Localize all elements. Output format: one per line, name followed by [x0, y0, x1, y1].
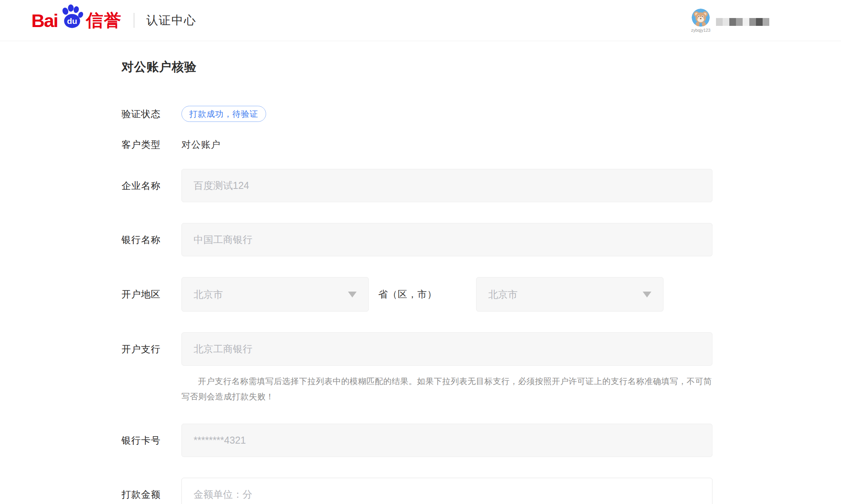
- baidu-paw-icon: du: [58, 4, 84, 31]
- form-row-bank-card: 银行卡号: [121, 424, 841, 457]
- main-content: 对公账户核验 验证状态 打款成功，待验证 客户类型 对公账户 企业名称 银行名称…: [0, 41, 841, 504]
- customer-type-label: 客户类型: [121, 138, 181, 151]
- bank-card-label: 银行卡号: [121, 434, 181, 447]
- customer-type-value: 对公账户: [181, 138, 221, 151]
- open-branch-input: [181, 332, 712, 366]
- region-separator-label: 省（区，市）: [378, 288, 476, 301]
- open-region-label: 开户地区: [121, 288, 181, 301]
- company-name-input: [181, 169, 712, 202]
- bank-name-label: 银行名称: [121, 234, 181, 246]
- city-select-value: 北京市: [488, 288, 518, 301]
- form-row-bank-name: 银行名称: [121, 223, 841, 256]
- form-row-open-region: 开户地区 北京市 省（区，市） 北京市: [121, 277, 841, 312]
- header-user-area: zybqjy123: [691, 9, 769, 33]
- verify-status-label: 验证状态: [121, 108, 181, 120]
- form-row-open-branch: 开户支行: [121, 332, 841, 366]
- svg-text:du: du: [67, 16, 77, 25]
- city-select[interactable]: 北京市: [476, 277, 663, 312]
- chevron-down-icon: [348, 292, 357, 297]
- open-branch-help-text: 开户支行名称需填写后选择下拉列表中的模糊匹配的结果。如果下拉列表无目标支行，必须…: [181, 373, 714, 404]
- transfer-amount-input[interactable]: [181, 478, 712, 504]
- user-avatar-block[interactable]: zybqjy123: [691, 9, 710, 33]
- header-divider: [134, 13, 134, 28]
- open-branch-label: 开户支行: [121, 343, 181, 355]
- province-select-value: 北京市: [194, 288, 223, 301]
- logo-text-xinyu: 信誉: [86, 9, 122, 32]
- bank-name-input: [181, 223, 712, 256]
- app-header: Bai du 信誉 认证中心: [0, 0, 841, 41]
- username-label: zybqjy123: [691, 28, 710, 33]
- form-row-company-name: 企业名称: [121, 169, 841, 202]
- user-avatar[interactable]: [692, 9, 710, 27]
- form-row-verify-status: 验证状态 打款成功，待验证: [121, 106, 841, 122]
- company-name-label: 企业名称: [121, 179, 181, 192]
- transfer-amount-label: 打款金额: [121, 488, 181, 501]
- province-select[interactable]: 北京市: [181, 277, 369, 312]
- form-row-customer-type: 客户类型 对公账户: [121, 138, 841, 151]
- status-badge: 打款成功，待验证: [181, 106, 266, 122]
- baidu-xinyu-logo[interactable]: Bai du 信誉: [31, 7, 122, 34]
- logo-text-bai: Bai: [31, 10, 58, 31]
- form-row-transfer-amount: 打款金额: [121, 478, 841, 504]
- bank-card-input: [181, 424, 712, 457]
- page-title: 对公账户核验: [121, 59, 841, 75]
- chevron-down-icon: [643, 292, 651, 297]
- product-title: 认证中心: [146, 13, 196, 29]
- redacted-user-info: [716, 18, 769, 26]
